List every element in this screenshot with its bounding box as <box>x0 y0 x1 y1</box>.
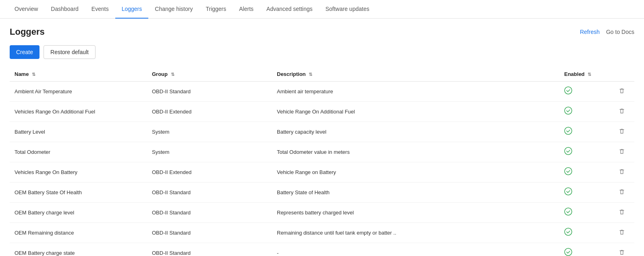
cell-action <box>609 243 634 256</box>
nav-item-loggers[interactable]: Loggers <box>115 0 149 19</box>
nav-item-software-updates[interactable]: Software updates <box>319 0 376 19</box>
table-row: OEM Battery State Of HealthOBD-II Standa… <box>10 183 634 203</box>
cell-name: Total Odometer <box>10 142 147 162</box>
cell-action <box>609 203 634 223</box>
sort-icon-name: ⇅ <box>32 72 35 77</box>
table-row: Total OdometerSystemTotal Odometer value… <box>10 142 634 162</box>
cell-group: System <box>147 122 272 142</box>
svg-point-1 <box>565 107 572 114</box>
table-row: Vehicles Range On Additional FuelOBD-II … <box>10 102 634 122</box>
nav-bar: OverviewDashboardEventsLoggersChange his… <box>0 0 644 19</box>
nav-item-advanced-settings[interactable]: Advanced settings <box>260 0 319 19</box>
sort-icon-group: ⇅ <box>171 72 175 77</box>
delete-button[interactable] <box>619 210 625 216</box>
cell-group: OBD-II Standard <box>147 243 272 256</box>
delete-button[interactable] <box>619 129 625 136</box>
cell-group: OBD-II Standard <box>147 203 272 223</box>
create-button[interactable]: Create <box>10 45 39 59</box>
cell-group: OBD-II Extended <box>147 102 272 122</box>
cell-group: OBD-II Standard <box>147 82 272 102</box>
cell-action <box>609 223 634 243</box>
cell-group: OBD-II Extended <box>147 162 272 183</box>
table-row: OEM Battery charge levelOBD-II StandardR… <box>10 203 634 223</box>
nav-item-dashboard[interactable]: Dashboard <box>44 0 85 19</box>
cell-description: Total Odometer value in meters <box>272 142 559 162</box>
table-body: Ambient Air TemperatureOBD-II StandardAm… <box>10 82 634 256</box>
cell-name: OEM Battery State Of Health <box>10 183 147 203</box>
cell-description: Represents battery charged level <box>272 203 559 223</box>
goto-docs-link[interactable]: Go to Docs <box>606 29 634 35</box>
nav-item-alerts[interactable]: Alerts <box>233 0 260 19</box>
cell-enabled <box>559 162 609 183</box>
cell-description: Battery capacity level <box>272 122 559 142</box>
table-row: Vehicles Range On BatteryOBD-II Extended… <box>10 162 634 183</box>
col-header-action <box>609 67 634 82</box>
nav-item-events[interactable]: Events <box>85 0 115 19</box>
enabled-check-icon <box>564 88 572 96</box>
cell-action <box>609 102 634 122</box>
cell-enabled <box>559 122 609 142</box>
sort-icon-enabled: ⇅ <box>588 72 591 77</box>
cell-action <box>609 162 634 183</box>
delete-button[interactable] <box>619 189 625 196</box>
cell-enabled <box>559 82 609 102</box>
svg-point-5 <box>565 188 572 195</box>
cell-enabled <box>559 223 609 243</box>
refresh-button[interactable]: Refresh <box>580 29 600 35</box>
cell-name: Ambient Air Temperature <box>10 82 147 102</box>
col-header-enabled[interactable]: Enabled ⇅ <box>559 67 609 82</box>
restore-default-button[interactable]: Restore default <box>44 45 96 59</box>
svg-point-4 <box>565 168 572 175</box>
nav-item-overview[interactable]: Overview <box>8 0 44 19</box>
delete-button[interactable] <box>619 149 625 156</box>
cell-name: Vehicles Range On Battery <box>10 162 147 183</box>
cell-group: OBD-II Standard <box>147 223 272 243</box>
cell-enabled <box>559 183 609 203</box>
nav-item-change-history[interactable]: Change history <box>148 0 199 19</box>
col-header-description[interactable]: Description ⇅ <box>272 67 559 82</box>
cell-action <box>609 122 634 142</box>
cell-description: - <box>272 243 559 256</box>
loggers-table: Name ⇅ Group ⇅ Description ⇅ Enabled ⇅ <box>10 67 634 256</box>
svg-point-6 <box>565 208 572 215</box>
enabled-check-icon <box>564 209 572 217</box>
cell-enabled <box>559 243 609 256</box>
table-row: OEM Battery charge stateOBD-II Standard- <box>10 243 634 256</box>
enabled-check-icon <box>564 149 572 157</box>
cell-name: Vehicles Range On Additional Fuel <box>10 102 147 122</box>
delete-button[interactable] <box>619 250 625 256</box>
cell-name: OEM Battery charge state <box>10 243 147 256</box>
cell-name: OEM Battery charge level <box>10 203 147 223</box>
nav-item-triggers[interactable]: Triggers <box>199 0 233 19</box>
svg-point-0 <box>565 87 572 94</box>
col-header-group[interactable]: Group ⇅ <box>147 67 272 82</box>
cell-enabled <box>559 142 609 162</box>
page-header: Loggers Refresh Go to Docs <box>10 27 634 37</box>
cell-group: OBD-II Standard <box>147 183 272 203</box>
delete-button[interactable] <box>619 230 625 237</box>
svg-point-8 <box>565 248 572 256</box>
cell-action <box>609 142 634 162</box>
header-actions: Refresh Go to Docs <box>580 29 634 35</box>
table-row: Battery LevelSystemBattery capacity leve… <box>10 122 634 142</box>
delete-button[interactable] <box>619 169 625 176</box>
table-row: Ambient Air TemperatureOBD-II StandardAm… <box>10 82 634 102</box>
action-row: Create Restore default <box>10 45 634 59</box>
cell-name: OEM Remaining distance <box>10 223 147 243</box>
enabled-check-icon <box>564 189 572 197</box>
cell-description: Ambient air temperature <box>272 82 559 102</box>
cell-action <box>609 82 634 102</box>
cell-description: Vehicle Range On Additional Fuel <box>272 102 559 122</box>
cell-description: Vehicle Range on Battery <box>272 162 559 183</box>
delete-button[interactable] <box>619 88 625 95</box>
enabled-check-icon <box>564 169 572 177</box>
svg-point-3 <box>565 147 572 155</box>
cell-name: Battery Level <box>10 122 147 142</box>
enabled-check-icon <box>564 250 572 256</box>
cell-enabled <box>559 102 609 122</box>
delete-button[interactable] <box>619 109 625 115</box>
col-header-name[interactable]: Name ⇅ <box>10 67 147 82</box>
cell-action <box>609 183 634 203</box>
table-row: OEM Remaining distanceOBD-II StandardRem… <box>10 223 634 243</box>
cell-group: System <box>147 142 272 162</box>
